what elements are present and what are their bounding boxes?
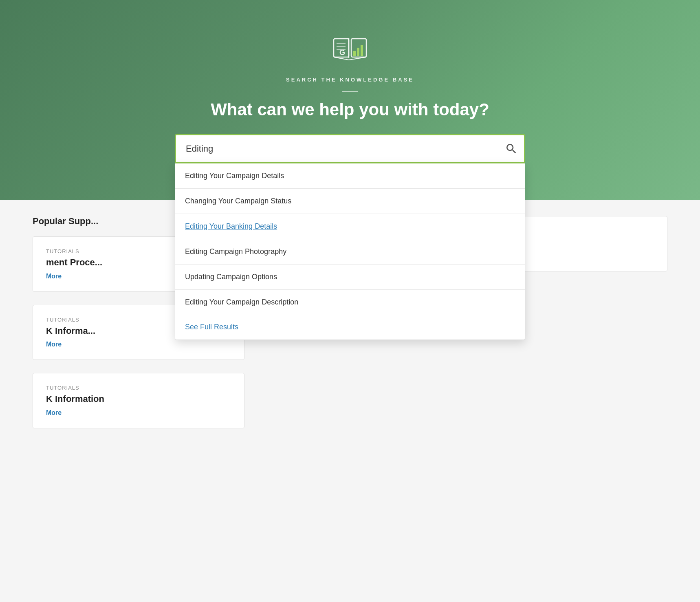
svg-text:G: G xyxy=(339,49,345,57)
hero-section: G SEARCH THE KNOWLEDGE BASE What can we … xyxy=(0,0,700,200)
svg-rect-9 xyxy=(361,45,363,56)
svg-rect-8 xyxy=(357,48,359,56)
search-label: SEARCH THE KNOWLEDGE BASE xyxy=(286,77,414,83)
card-3: Tutorials K Information More xyxy=(33,373,244,428)
dropdown-item-4[interactable]: Editing Campaign Photography xyxy=(175,239,525,265)
search-input[interactable] xyxy=(175,134,525,163)
search-icon xyxy=(505,142,518,155)
divider xyxy=(342,91,358,92)
search-button[interactable] xyxy=(505,142,518,155)
see-full-results-link[interactable]: See Full Results xyxy=(175,315,525,340)
card-1-link[interactable]: More xyxy=(46,273,62,280)
dropdown-item-1[interactable]: Editing Your Campaign Details xyxy=(175,163,525,189)
dropdown-item-2[interactable]: Changing Your Campaign Status xyxy=(175,189,525,214)
logo-container: G xyxy=(332,29,368,67)
dropdown-item-6[interactable]: Editing Your Campaign Description xyxy=(175,290,525,315)
dropdown-item-5[interactable]: Updating Campaign Options xyxy=(175,265,525,290)
search-container: Editing Your Campaign Details Changing Y… xyxy=(175,134,525,163)
hero-title: What can we help you with today? xyxy=(211,100,489,119)
logo-icon: G xyxy=(332,29,368,65)
card-3-link[interactable]: More xyxy=(46,409,62,416)
dropdown-item-3[interactable]: Editing Your Banking Details xyxy=(175,214,525,239)
card-3-title: K Information xyxy=(46,393,231,405)
svg-rect-7 xyxy=(353,51,356,56)
card-2-link[interactable]: More xyxy=(46,341,62,348)
card-3-label: Tutorials xyxy=(46,385,231,391)
search-dropdown: Editing Your Campaign Details Changing Y… xyxy=(175,163,525,340)
